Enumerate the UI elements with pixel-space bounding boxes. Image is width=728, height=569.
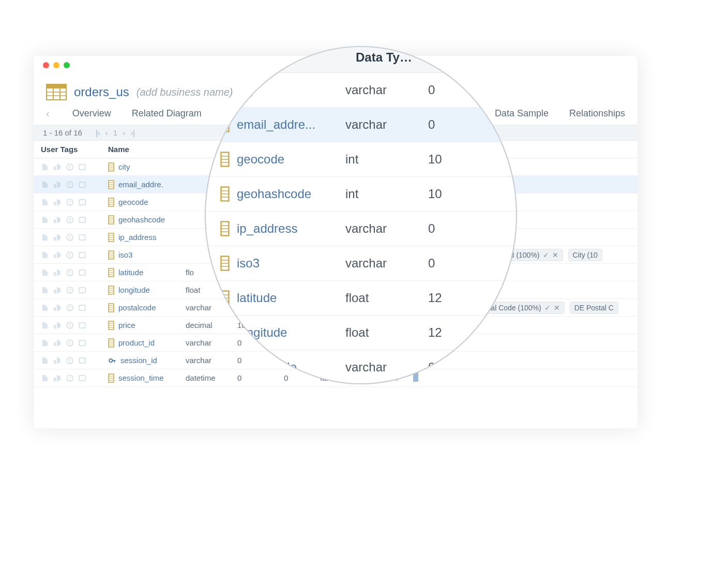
note-icon[interactable] bbox=[78, 374, 86, 382]
cell-type: datetime bbox=[186, 373, 237, 382]
pager-last-icon[interactable]: ›| bbox=[130, 128, 135, 137]
info-icon[interactable] bbox=[66, 321, 74, 330]
lens-column-name: email_addre... bbox=[237, 117, 345, 132]
info-icon[interactable] bbox=[66, 268, 74, 277]
close-icon[interactable]: ✕ bbox=[552, 251, 558, 259]
pager-next-icon[interactable]: › bbox=[123, 128, 125, 137]
thumbs-up-icon[interactable] bbox=[53, 268, 62, 277]
info-icon[interactable] bbox=[66, 216, 74, 224]
lens-length: 12 bbox=[428, 291, 475, 305]
window-minimize-icon[interactable] bbox=[53, 62, 59, 68]
thumbs-up-icon[interactable] bbox=[53, 163, 62, 171]
column-icon bbox=[108, 180, 114, 189]
add-business-name[interactable]: (add business name) bbox=[136, 86, 233, 98]
info-icon[interactable] bbox=[66, 374, 74, 382]
note-icon[interactable] bbox=[78, 181, 86, 189]
tab-overview[interactable]: Overview bbox=[72, 108, 111, 119]
semantic-tag-label: DE Postal C bbox=[574, 304, 614, 312]
lens-length: 0 bbox=[428, 117, 475, 132]
thumbs-up-icon[interactable] bbox=[53, 304, 62, 312]
bookmark-icon[interactable] bbox=[41, 304, 49, 312]
bookmark-icon[interactable] bbox=[41, 374, 49, 382]
bookmark-icon[interactable] bbox=[41, 321, 49, 330]
bookmark-icon[interactable] bbox=[41, 181, 49, 189]
column-icon bbox=[108, 303, 114, 312]
info-icon[interactable] bbox=[66, 339, 74, 347]
info-icon[interactable] bbox=[66, 233, 74, 242]
pager-prev-icon[interactable]: ‹ bbox=[105, 128, 108, 137]
svg-rect-81 bbox=[79, 323, 85, 328]
semantic-tag[interactable]: City (10 bbox=[568, 249, 602, 261]
info-icon[interactable] bbox=[66, 198, 74, 206]
note-icon[interactable] bbox=[78, 286, 86, 294]
thumbs-up-icon[interactable] bbox=[53, 251, 62, 259]
note-icon[interactable] bbox=[78, 356, 86, 365]
lens-row[interactable]: ip_addressvarchar0 bbox=[205, 212, 517, 246]
thumbs-up-icon[interactable] bbox=[53, 233, 62, 242]
column-icon bbox=[108, 286, 114, 295]
bookmark-icon[interactable] bbox=[41, 163, 49, 171]
info-icon[interactable] bbox=[66, 304, 74, 312]
bookmark-icon[interactable] bbox=[41, 233, 49, 242]
window-zoom-icon[interactable] bbox=[64, 62, 70, 68]
thumbs-up-icon[interactable] bbox=[53, 321, 62, 330]
tab-related[interactable]: Related Diagram bbox=[132, 108, 202, 119]
note-icon[interactable] bbox=[78, 339, 86, 347]
key-icon bbox=[108, 356, 116, 365]
bookmark-icon[interactable] bbox=[41, 339, 49, 347]
lens-row[interactable]: iso3varchar0 bbox=[205, 246, 517, 281]
bookmark-icon[interactable] bbox=[41, 286, 49, 294]
bookmark-icon[interactable] bbox=[41, 251, 49, 259]
info-icon[interactable] bbox=[66, 251, 74, 259]
thumbs-up-icon[interactable] bbox=[53, 356, 62, 365]
note-icon[interactable] bbox=[78, 233, 86, 242]
thumbs-up-icon[interactable] bbox=[53, 286, 62, 294]
lens-row[interactable]: email_addre...varchar0 bbox=[205, 108, 517, 142]
cell-type: varchar bbox=[186, 356, 237, 365]
tab-relationships[interactable]: Relationships bbox=[569, 108, 625, 119]
column-name-label: postalcode bbox=[118, 303, 156, 312]
note-icon[interactable] bbox=[78, 304, 86, 312]
thumbs-up-icon[interactable] bbox=[53, 339, 62, 347]
thumbs-up-icon[interactable] bbox=[53, 181, 62, 189]
check-icon[interactable]: ✓ bbox=[544, 304, 551, 312]
thumbs-up-icon[interactable] bbox=[53, 198, 62, 206]
lens-row[interactable]: geohashcodeint10 bbox=[205, 177, 517, 212]
note-icon[interactable] bbox=[78, 216, 86, 224]
bookmark-icon[interactable] bbox=[41, 356, 49, 365]
bookmark-icon[interactable] bbox=[41, 198, 49, 206]
lens-data-type: varchar bbox=[345, 256, 428, 271]
lens-length: 10 bbox=[428, 152, 475, 167]
info-icon[interactable] bbox=[66, 163, 74, 171]
note-icon[interactable] bbox=[78, 163, 86, 171]
check-icon[interactable]: ✓ bbox=[543, 251, 549, 259]
semantic-tag[interactable]: DE Postal C bbox=[570, 302, 618, 314]
close-icon[interactable]: ✕ bbox=[554, 304, 560, 312]
info-icon[interactable] bbox=[66, 356, 74, 365]
svg-point-56 bbox=[69, 274, 70, 275]
lens-row[interactable]: geocodeint10 bbox=[205, 142, 517, 177]
thumbs-up-icon[interactable] bbox=[53, 216, 62, 224]
note-icon[interactable] bbox=[78, 321, 86, 330]
column-name-label: iso3 bbox=[118, 250, 133, 259]
col-user-tags[interactable]: User Tags bbox=[41, 145, 108, 154]
note-icon[interactable] bbox=[78, 268, 86, 277]
svg-rect-41 bbox=[79, 235, 85, 240]
svg-point-88 bbox=[69, 344, 70, 345]
info-icon[interactable] bbox=[66, 181, 74, 189]
svg-point-98 bbox=[109, 358, 112, 362]
bookmark-icon[interactable] bbox=[41, 216, 49, 224]
thumbs-up-icon[interactable] bbox=[53, 374, 62, 382]
lens-column-name: ip_address bbox=[237, 221, 345, 236]
note-icon[interactable] bbox=[78, 198, 86, 206]
window-close-icon[interactable] bbox=[43, 62, 49, 68]
svg-point-48 bbox=[69, 256, 70, 257]
pager-first-icon[interactable]: |‹ bbox=[96, 128, 100, 137]
info-icon[interactable] bbox=[66, 286, 74, 294]
chevron-left-icon[interactable]: ‹ bbox=[46, 108, 52, 119]
bookmark-icon[interactable] bbox=[41, 268, 49, 277]
col-name[interactable]: Name bbox=[108, 145, 186, 154]
lens-row[interactable]: latitudefloat12 bbox=[205, 281, 517, 316]
note-icon[interactable] bbox=[78, 251, 86, 259]
tab-data-sample[interactable]: Data Sample bbox=[495, 108, 549, 119]
